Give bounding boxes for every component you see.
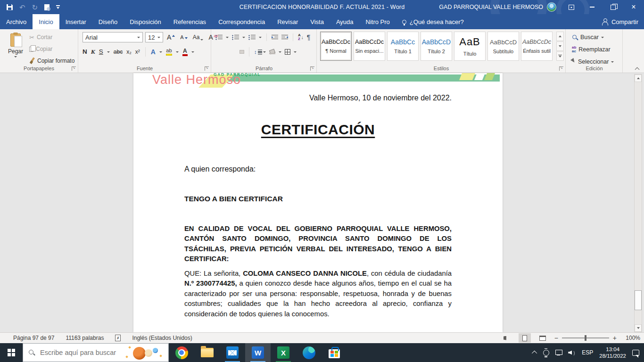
- scrollbar-thumb[interactable]: [635, 290, 642, 310]
- scroll-down-button[interactable]: [635, 324, 642, 332]
- close-button[interactable]: ×: [623, 0, 644, 14]
- taskbar-excel[interactable]: X: [271, 343, 296, 362]
- scroll-up-button[interactable]: [635, 74, 642, 82]
- tab-vista[interactable]: Vista: [304, 14, 330, 29]
- undo-icon[interactable]: ↶: [19, 4, 25, 11]
- borders-caret-icon[interactable]: [294, 51, 297, 53]
- language-switcher[interactable]: ESP: [582, 349, 593, 356]
- style-enfasis-sutil[interactable]: AaBbCcDcÉnfasis sutil: [521, 32, 553, 61]
- style-normal[interactable]: AaBbCcDc¶ Normal: [320, 32, 352, 61]
- highlight-color-button[interactable]: ab: [166, 48, 172, 56]
- meet-now-icon[interactable]: [543, 350, 549, 356]
- replace-button[interactable]: abacReemplazar: [572, 45, 614, 54]
- zoom-slider[interactable]: [562, 337, 609, 338]
- grow-font-button[interactable]: A: [165, 33, 176, 41]
- copy-button[interactable]: Copiar: [29, 44, 74, 54]
- italic-button[interactable]: K: [91, 49, 95, 55]
- tab-archivo[interactable]: Archivo: [0, 14, 33, 29]
- volume-icon[interactable]: [568, 350, 576, 356]
- redo-icon[interactable]: ↻: [32, 4, 38, 11]
- word-count[interactable]: 11163 palabras: [66, 335, 104, 341]
- shading-caret-icon[interactable]: [279, 51, 281, 53]
- font-color-button[interactable]: A: [182, 48, 188, 56]
- tab-correspondencia[interactable]: Correspondencia: [212, 14, 271, 29]
- minimize-button[interactable]: [582, 0, 603, 14]
- page-indicator[interactable]: Página 97 de 97: [13, 335, 54, 341]
- cut-button[interactable]: ✂Cortar: [29, 33, 74, 42]
- clock[interactable]: 13:04 28/11/2022: [599, 346, 626, 359]
- zoom-in-button[interactable]: +: [613, 334, 617, 342]
- tab-inicio[interactable]: Inicio: [33, 14, 59, 29]
- document-page[interactable]: Valle Hermoso GAD PARROQUIAL Valle Hermo…: [133, 73, 503, 332]
- print-preview-icon[interactable]: [44, 4, 50, 10]
- bold-button[interactable]: N: [83, 49, 87, 55]
- decrease-indent-icon[interactable]: [272, 35, 278, 40]
- increase-indent-icon[interactable]: [281, 35, 288, 40]
- superscript-button[interactable]: x²: [135, 49, 140, 55]
- justify-button[interactable]: [239, 50, 244, 54]
- language-indicator[interactable]: Inglés (Estados Unidos): [132, 335, 192, 341]
- zoom-slider-thumb[interactable]: [585, 335, 586, 341]
- save-icon[interactable]: [7, 4, 13, 10]
- styles-dialog-launcher[interactable]: [559, 66, 563, 71]
- style-subtitulo[interactable]: AaBbCcDSubtítulo: [487, 32, 519, 61]
- style-titulo-1[interactable]: AaBbCcTítulo 1: [387, 32, 419, 61]
- show-marks-icon[interactable]: ¶: [307, 34, 311, 41]
- numbering-icon[interactable]: [232, 35, 239, 40]
- strikethrough-button[interactable]: abc: [114, 49, 123, 55]
- bullets-icon[interactable]: [215, 35, 223, 40]
- underline-caret-icon[interactable]: [107, 51, 110, 53]
- taskbar-chrome[interactable]: [169, 343, 194, 362]
- font-color-caret-icon[interactable]: [191, 51, 194, 53]
- taskbar-word[interactable]: W: [245, 343, 271, 362]
- vertical-scrollbar[interactable]: [634, 74, 642, 332]
- font-dialog-launcher[interactable]: [205, 66, 209, 71]
- show-hidden-icons-button[interactable]: [532, 351, 537, 356]
- tell-me-box[interactable]: ¿Qué desea hacer?: [396, 14, 470, 29]
- tab-revisar[interactable]: Revisar: [271, 14, 304, 29]
- format-painter-button[interactable]: Copiar formato: [29, 56, 74, 66]
- style-titulo[interactable]: AaBTítulo: [454, 32, 486, 61]
- account-info[interactable]: GAD PARROQUIAL VALLE HERMOSO: [439, 2, 556, 12]
- taskbar-search[interactable]: [23, 343, 169, 362]
- zoom-out-button[interactable]: −: [554, 334, 558, 342]
- align-center-button[interactable]: [223, 50, 228, 54]
- tab-diseno[interactable]: Diseño: [92, 14, 124, 29]
- sort-icon[interactable]: AZ↓: [298, 33, 304, 41]
- styles-scroll-up[interactable]: [556, 32, 564, 41]
- tab-nitro-pro[interactable]: Nitro Pro: [360, 14, 396, 29]
- shading-icon[interactable]: [269, 49, 275, 54]
- line-spacing-button[interactable]: ↕: [254, 49, 266, 55]
- borders-icon[interactable]: [285, 49, 290, 55]
- share-button[interactable]: Compartir: [602, 14, 638, 29]
- collapse-ribbon-button[interactable]: [635, 66, 639, 71]
- read-mode-button[interactable]: [501, 333, 513, 343]
- select-button[interactable]: Seleccionar: [572, 57, 614, 66]
- bullets-caret-icon[interactable]: [226, 37, 229, 38]
- print-layout-button[interactable]: [519, 333, 531, 343]
- align-left-button[interactable]: [215, 50, 220, 54]
- restore-button[interactable]: [603, 0, 623, 14]
- paragraph-dialog-launcher[interactable]: [310, 66, 314, 71]
- multilevel-caret-icon[interactable]: [259, 37, 262, 38]
- text-effects-button[interactable]: A: [151, 48, 156, 56]
- taskbar-file-explorer[interactable]: [194, 343, 220, 362]
- ribbon-display-options-button[interactable]: [561, 0, 582, 14]
- action-center-icon[interactable]: [632, 350, 639, 356]
- taskbar-edge[interactable]: [296, 343, 322, 362]
- tab-referencias[interactable]: Referencias: [167, 14, 212, 29]
- styles-scroll-down[interactable]: [556, 41, 564, 51]
- proofing-errors-icon[interactable]: ✗: [115, 335, 121, 341]
- zoom-level[interactable]: 100%: [622, 335, 640, 341]
- account-avatar[interactable]: [547, 2, 556, 12]
- text-effects-caret-icon[interactable]: [159, 51, 162, 53]
- find-button[interactable]: Buscar: [572, 33, 614, 42]
- taskbar-store[interactable]: [322, 343, 347, 362]
- font-family-combo[interactable]: Arial: [83, 32, 143, 42]
- customize-qat-icon[interactable]: [56, 5, 60, 9]
- styles-more-button[interactable]: [556, 51, 564, 61]
- taskbar-mail[interactable]: [220, 343, 245, 362]
- tab-disposicion[interactable]: Disposición: [124, 14, 167, 29]
- subscript-button[interactable]: x₂: [126, 49, 132, 55]
- shrink-font-button[interactable]: A: [179, 34, 189, 41]
